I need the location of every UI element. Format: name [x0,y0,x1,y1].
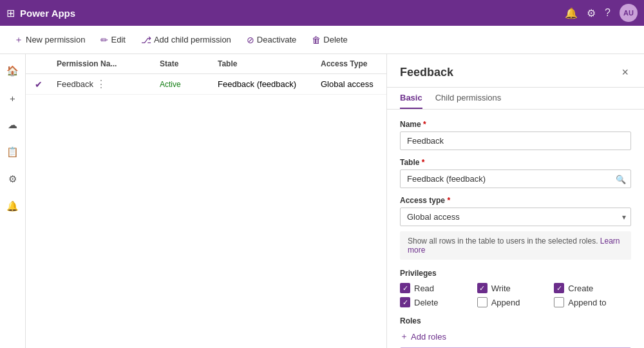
side-panel: Feedback × Basic Child permissions Name … [386,54,644,348]
write-label: Write [491,284,511,293]
add-child-icon: ⎇ [141,35,151,45]
name-label: Name * [400,120,631,129]
sidebar: 🏠 + ☁ 📋 ⚙ 🔔 [0,54,26,348]
priv-read: Read [400,283,477,293]
sidebar-list-icon[interactable]: 📋 [3,142,23,162]
add-roles-button[interactable]: ＋ Add roles [400,331,446,342]
delete-button[interactable]: 🗑 Delete [305,32,354,48]
row-access-type: Global access [316,79,386,89]
notification-icon[interactable]: 🔔 [565,7,578,19]
sidebar-cloud-icon[interactable]: ☁ [3,115,23,135]
new-permission-button[interactable]: ＋ New permission [8,31,91,49]
settings-icon[interactable]: ⚙ [587,7,596,19]
deactivate-button[interactable]: ⊘ Deactivate [240,32,303,48]
create-checkbox[interactable] [554,283,564,293]
priv-create: Create [554,283,631,293]
append-checkbox[interactable] [477,297,488,307]
table-field-wrapper: 🔍 [400,169,631,188]
create-label: Create [568,284,593,293]
row-table: Feedback (feedback) [213,79,316,89]
table-required: * [422,158,425,167]
sidebar-bell-icon[interactable]: 🔔 [3,196,23,217]
table-input[interactable] [400,169,631,188]
deactivate-icon: ⊘ [247,35,254,45]
row-state: Active [155,80,213,89]
edit-button[interactable]: ✏ Edit [94,32,131,48]
table-label: Table * [400,158,631,167]
read-label: Read [414,284,434,293]
read-checkbox[interactable] [400,283,410,293]
roles-title: Roles [400,316,631,325]
delete-label: Delete [414,298,439,307]
permission-name: Feedback ⋮ [52,78,155,90]
avatar[interactable]: AU [620,4,638,22]
col-permission-name: Permission Na... [52,59,155,68]
table-header: Permission Na... State Table Access Type… [26,54,386,74]
delete-checkbox[interactable] [400,297,410,307]
access-type-select[interactable]: Global access Deep access Local access B… [400,208,631,226]
add-child-permission-button[interactable]: ⎇ Add child permission [135,32,238,48]
col-table: Table [213,59,316,68]
col-check [26,59,52,68]
roles-section: Roles ＋ Add roles 👥 Administrators ⋮ 👥 A… [400,316,631,348]
add-roles-plus-icon: ＋ [400,331,408,342]
app-title: Power Apps [20,8,560,19]
privileges-title: Privileges [400,269,631,278]
access-type-required: * [447,196,450,205]
append-to-label: Append to [568,298,606,307]
sidebar-add-icon[interactable]: + [3,88,23,108]
actionbar: ＋ New permission ✏ Edit ⎇ Add child perm… [0,26,644,54]
panel-body: Name * Table * 🔍 Access type * Global ac… [387,110,644,348]
table-area: Permission Na... State Table Access Type… [26,54,386,348]
priv-append: Append [477,297,554,307]
table-search-icon: 🔍 [616,174,626,184]
append-to-checkbox[interactable] [554,297,564,307]
priv-write: Write [477,283,554,293]
priv-append-to: Append to [554,297,631,307]
delete-icon: 🗑 [312,35,321,45]
privileges-grid: Read Write Create Delete [400,283,631,307]
panel-title: Feedback [400,66,453,79]
plus-icon: ＋ [14,34,23,46]
row-check-icon: ✔ [26,79,52,90]
tab-basic[interactable]: Basic [400,88,422,109]
sidebar-home-icon[interactable]: 🏠 [3,61,23,81]
grid-icon[interactable]: ⊞ [6,7,15,19]
row-dots-menu[interactable]: ⋮ [96,78,106,90]
tab-child-permissions[interactable]: Child permissions [435,88,502,109]
edit-icon: ✏ [100,35,108,45]
topbar: ⊞ Power Apps 🔔 ⚙ ? AU [0,0,644,26]
append-label: Append [491,298,520,307]
sidebar-settings-icon[interactable]: ⚙ [3,169,23,189]
panel-close-button[interactable]: × [619,63,631,82]
panel-tabs: Basic Child permissions [387,88,644,110]
main-layout: 🏠 + ☁ 📋 ⚙ 🔔 Permission Na... State Table… [0,54,644,348]
info-box: Show all rows in the table to users in t… [400,231,631,260]
privileges-section: Privileges Read Write Create [400,269,631,307]
col-access-type: Access Type [316,59,386,68]
help-icon[interactable]: ? [605,7,611,19]
col-state: State [155,59,213,68]
name-required: * [423,120,426,129]
write-checkbox[interactable] [477,283,488,293]
access-type-label: Access type * [400,196,631,205]
table-row[interactable]: ✔ Feedback ⋮ Active Feedback (feedback) … [26,74,386,95]
access-type-wrapper: Global access Deep access Local access B… [400,208,631,226]
panel-header: Feedback × [387,54,644,88]
name-input[interactable] [400,131,631,150]
priv-delete: Delete [400,297,477,307]
